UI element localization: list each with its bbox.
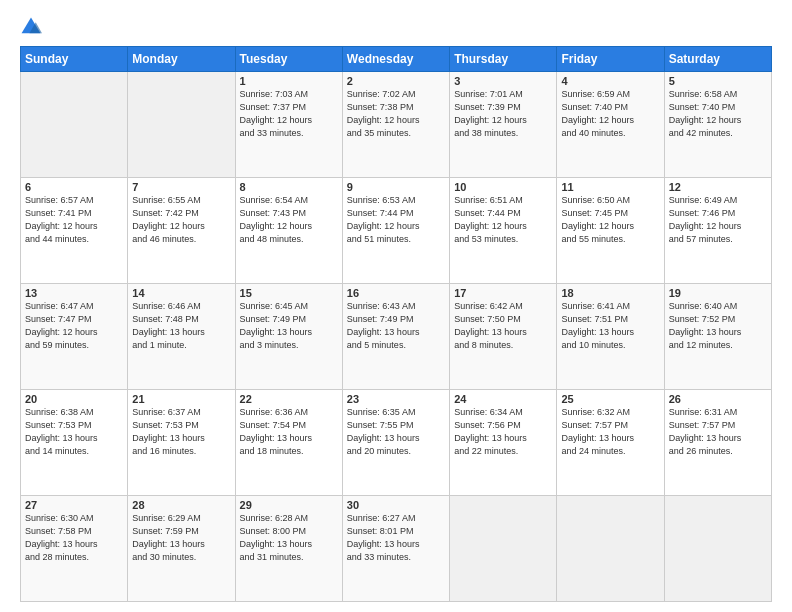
day-cell: 16Sunrise: 6:43 AM Sunset: 7:49 PM Dayli… <box>342 284 449 390</box>
day-info: Sunrise: 7:01 AM Sunset: 7:39 PM Dayligh… <box>454 88 552 140</box>
day-cell: 21Sunrise: 6:37 AM Sunset: 7:53 PM Dayli… <box>128 390 235 496</box>
col-header-friday: Friday <box>557 47 664 72</box>
col-header-saturday: Saturday <box>664 47 771 72</box>
day-number: 19 <box>669 287 767 299</box>
day-number: 15 <box>240 287 338 299</box>
day-info: Sunrise: 6:32 AM Sunset: 7:57 PM Dayligh… <box>561 406 659 458</box>
week-row-1: 1Sunrise: 7:03 AM Sunset: 7:37 PM Daylig… <box>21 72 772 178</box>
day-number: 14 <box>132 287 230 299</box>
day-number: 16 <box>347 287 445 299</box>
day-cell: 10Sunrise: 6:51 AM Sunset: 7:44 PM Dayli… <box>450 178 557 284</box>
day-number: 26 <box>669 393 767 405</box>
day-cell: 7Sunrise: 6:55 AM Sunset: 7:42 PM Daylig… <box>128 178 235 284</box>
day-cell: 1Sunrise: 7:03 AM Sunset: 7:37 PM Daylig… <box>235 72 342 178</box>
week-row-3: 13Sunrise: 6:47 AM Sunset: 7:47 PM Dayli… <box>21 284 772 390</box>
day-cell: 26Sunrise: 6:31 AM Sunset: 7:57 PM Dayli… <box>664 390 771 496</box>
day-info: Sunrise: 6:45 AM Sunset: 7:49 PM Dayligh… <box>240 300 338 352</box>
day-cell: 9Sunrise: 6:53 AM Sunset: 7:44 PM Daylig… <box>342 178 449 284</box>
day-cell: 8Sunrise: 6:54 AM Sunset: 7:43 PM Daylig… <box>235 178 342 284</box>
day-cell: 24Sunrise: 6:34 AM Sunset: 7:56 PM Dayli… <box>450 390 557 496</box>
calendar-header-row: SundayMondayTuesdayWednesdayThursdayFrid… <box>21 47 772 72</box>
day-info: Sunrise: 6:53 AM Sunset: 7:44 PM Dayligh… <box>347 194 445 246</box>
day-info: Sunrise: 6:37 AM Sunset: 7:53 PM Dayligh… <box>132 406 230 458</box>
header <box>20 16 772 38</box>
day-number: 6 <box>25 181 123 193</box>
logo-icon <box>20 16 42 38</box>
day-number: 17 <box>454 287 552 299</box>
day-cell: 4Sunrise: 6:59 AM Sunset: 7:40 PM Daylig… <box>557 72 664 178</box>
day-cell: 29Sunrise: 6:28 AM Sunset: 8:00 PM Dayli… <box>235 496 342 602</box>
day-info: Sunrise: 6:49 AM Sunset: 7:46 PM Dayligh… <box>669 194 767 246</box>
day-info: Sunrise: 6:27 AM Sunset: 8:01 PM Dayligh… <box>347 512 445 564</box>
day-cell: 20Sunrise: 6:38 AM Sunset: 7:53 PM Dayli… <box>21 390 128 496</box>
day-info: Sunrise: 6:36 AM Sunset: 7:54 PM Dayligh… <box>240 406 338 458</box>
day-info: Sunrise: 6:46 AM Sunset: 7:48 PM Dayligh… <box>132 300 230 352</box>
week-row-5: 27Sunrise: 6:30 AM Sunset: 7:58 PM Dayli… <box>21 496 772 602</box>
day-info: Sunrise: 6:47 AM Sunset: 7:47 PM Dayligh… <box>25 300 123 352</box>
day-info: Sunrise: 6:41 AM Sunset: 7:51 PM Dayligh… <box>561 300 659 352</box>
day-info: Sunrise: 6:59 AM Sunset: 7:40 PM Dayligh… <box>561 88 659 140</box>
day-number: 12 <box>669 181 767 193</box>
day-number: 20 <box>25 393 123 405</box>
day-info: Sunrise: 6:40 AM Sunset: 7:52 PM Dayligh… <box>669 300 767 352</box>
day-number: 1 <box>240 75 338 87</box>
day-cell: 30Sunrise: 6:27 AM Sunset: 8:01 PM Dayli… <box>342 496 449 602</box>
day-info: Sunrise: 6:28 AM Sunset: 8:00 PM Dayligh… <box>240 512 338 564</box>
day-number: 22 <box>240 393 338 405</box>
day-info: Sunrise: 6:29 AM Sunset: 7:59 PM Dayligh… <box>132 512 230 564</box>
day-cell: 18Sunrise: 6:41 AM Sunset: 7:51 PM Dayli… <box>557 284 664 390</box>
day-info: Sunrise: 6:51 AM Sunset: 7:44 PM Dayligh… <box>454 194 552 246</box>
day-number: 30 <box>347 499 445 511</box>
col-header-thursday: Thursday <box>450 47 557 72</box>
day-number: 21 <box>132 393 230 405</box>
day-cell <box>21 72 128 178</box>
day-cell: 14Sunrise: 6:46 AM Sunset: 7:48 PM Dayli… <box>128 284 235 390</box>
day-cell: 23Sunrise: 6:35 AM Sunset: 7:55 PM Dayli… <box>342 390 449 496</box>
day-cell: 15Sunrise: 6:45 AM Sunset: 7:49 PM Dayli… <box>235 284 342 390</box>
day-cell <box>664 496 771 602</box>
day-number: 23 <box>347 393 445 405</box>
day-info: Sunrise: 6:31 AM Sunset: 7:57 PM Dayligh… <box>669 406 767 458</box>
day-number: 7 <box>132 181 230 193</box>
day-info: Sunrise: 6:58 AM Sunset: 7:40 PM Dayligh… <box>669 88 767 140</box>
col-header-monday: Monday <box>128 47 235 72</box>
day-info: Sunrise: 6:30 AM Sunset: 7:58 PM Dayligh… <box>25 512 123 564</box>
day-number: 9 <box>347 181 445 193</box>
day-info: Sunrise: 6:54 AM Sunset: 7:43 PM Dayligh… <box>240 194 338 246</box>
day-number: 27 <box>25 499 123 511</box>
day-cell: 27Sunrise: 6:30 AM Sunset: 7:58 PM Dayli… <box>21 496 128 602</box>
day-number: 29 <box>240 499 338 511</box>
calendar-table: SundayMondayTuesdayWednesdayThursdayFrid… <box>20 46 772 602</box>
day-number: 8 <box>240 181 338 193</box>
day-cell: 19Sunrise: 6:40 AM Sunset: 7:52 PM Dayli… <box>664 284 771 390</box>
day-cell: 12Sunrise: 6:49 AM Sunset: 7:46 PM Dayli… <box>664 178 771 284</box>
day-cell: 2Sunrise: 7:02 AM Sunset: 7:38 PM Daylig… <box>342 72 449 178</box>
day-cell: 11Sunrise: 6:50 AM Sunset: 7:45 PM Dayli… <box>557 178 664 284</box>
day-cell: 25Sunrise: 6:32 AM Sunset: 7:57 PM Dayli… <box>557 390 664 496</box>
day-cell: 6Sunrise: 6:57 AM Sunset: 7:41 PM Daylig… <box>21 178 128 284</box>
day-info: Sunrise: 6:50 AM Sunset: 7:45 PM Dayligh… <box>561 194 659 246</box>
col-header-wednesday: Wednesday <box>342 47 449 72</box>
day-cell: 3Sunrise: 7:01 AM Sunset: 7:39 PM Daylig… <box>450 72 557 178</box>
day-cell: 28Sunrise: 6:29 AM Sunset: 7:59 PM Dayli… <box>128 496 235 602</box>
week-row-4: 20Sunrise: 6:38 AM Sunset: 7:53 PM Dayli… <box>21 390 772 496</box>
day-info: Sunrise: 6:35 AM Sunset: 7:55 PM Dayligh… <box>347 406 445 458</box>
day-info: Sunrise: 6:43 AM Sunset: 7:49 PM Dayligh… <box>347 300 445 352</box>
logo <box>20 16 46 38</box>
day-cell <box>450 496 557 602</box>
day-number: 5 <box>669 75 767 87</box>
day-number: 2 <box>347 75 445 87</box>
day-cell: 22Sunrise: 6:36 AM Sunset: 7:54 PM Dayli… <box>235 390 342 496</box>
day-number: 11 <box>561 181 659 193</box>
day-info: Sunrise: 7:03 AM Sunset: 7:37 PM Dayligh… <box>240 88 338 140</box>
day-number: 13 <box>25 287 123 299</box>
day-number: 24 <box>454 393 552 405</box>
day-number: 18 <box>561 287 659 299</box>
day-info: Sunrise: 6:55 AM Sunset: 7:42 PM Dayligh… <box>132 194 230 246</box>
day-number: 10 <box>454 181 552 193</box>
day-number: 4 <box>561 75 659 87</box>
day-cell: 5Sunrise: 6:58 AM Sunset: 7:40 PM Daylig… <box>664 72 771 178</box>
day-cell: 17Sunrise: 6:42 AM Sunset: 7:50 PM Dayli… <box>450 284 557 390</box>
day-cell <box>557 496 664 602</box>
col-header-tuesday: Tuesday <box>235 47 342 72</box>
